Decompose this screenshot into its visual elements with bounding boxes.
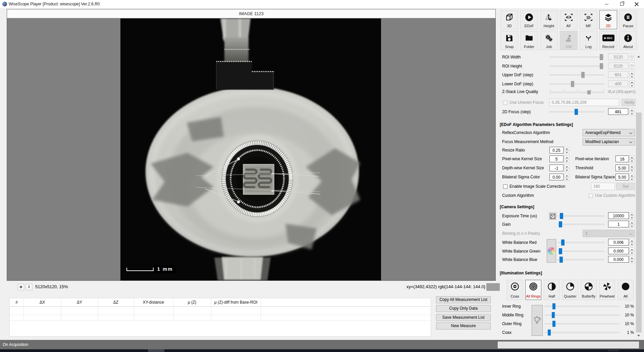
wb-green-slider[interactable]: [557, 251, 605, 252]
outer-ring-slider[interactable]: [544, 323, 620, 324]
bilateral-color-stepper[interactable]: [565, 174, 569, 181]
slider-thumb[interactable]: [571, 81, 574, 87]
save-measurement-button[interactable]: Save Measurement List: [436, 314, 491, 321]
lower-dof-slider[interactable]: [549, 83, 604, 85]
reflex-algorithm-dropdown[interactable]: AverageExpFiltered: [583, 129, 635, 136]
zstack-quality-slider[interactable]: [549, 92, 604, 93]
illumination-toggle-button[interactable]: [532, 305, 543, 336]
taskbar-app-segment[interactable]: [148, 349, 164, 352]
settings-scrollbar[interactable]: [636, 54, 642, 339]
upper-dof-slider[interactable]: [549, 74, 604, 76]
inner-ring-slider[interactable]: [544, 306, 620, 307]
toolbar-button-edof[interactable]: EDoF: [520, 10, 538, 29]
info-toggle-button[interactable]: i: [26, 284, 32, 290]
slider-thumb[interactable]: [575, 109, 578, 115]
pixel-kernel-stepper[interactable]: [565, 156, 569, 163]
scroll-up-icon[interactable]: [636, 54, 642, 59]
copy-only-data-button[interactable]: Copy Only Data: [436, 305, 491, 312]
toolbar-button-log[interactable]: Log: [580, 31, 597, 50]
illum-button-pinwheel[interactable]: Pinwheel: [599, 280, 615, 300]
gain-stepper[interactable]: [630, 221, 634, 228]
column-header[interactable]: #: [10, 298, 23, 306]
focus-method-dropdown[interactable]: Modified Laplacian: [583, 138, 635, 145]
threshold-value[interactable]: 5.00: [615, 165, 629, 171]
auto-exposure-button[interactable]: [549, 213, 556, 220]
upper-dof-stepper[interactable]: [630, 71, 634, 78]
resize-ratio-stepper[interactable]: [565, 147, 569, 154]
depth-kernel-value[interactable]: -1: [549, 165, 564, 171]
slider-thumb[interactable]: [561, 239, 565, 246]
illum-button-coax[interactable]: Coax: [507, 280, 523, 300]
bilateral-space-stepper[interactable]: [630, 174, 634, 181]
column-header[interactable]: XY-distance: [134, 298, 173, 306]
illum-button-all[interactable]: All: [618, 280, 634, 300]
toolbar-button-snap[interactable]: Snap: [500, 31, 518, 50]
focus-2d-slider[interactable]: [549, 111, 604, 113]
toolbar-button-folder[interactable]: Folder: [520, 31, 538, 50]
slider-thumb[interactable]: [552, 321, 555, 327]
focus-2d-stepper[interactable]: [630, 108, 634, 115]
toolbar-button-af[interactable]: AF: [560, 10, 578, 29]
toolbar-button-mf[interactable]: MF: [580, 10, 597, 29]
middle-ring-slider[interactable]: [544, 314, 620, 316]
slider-thumb[interactable]: [581, 72, 585, 78]
toolbar-button-3d[interactable]: 3D: [500, 10, 518, 29]
coax-slider[interactable]: [544, 332, 620, 333]
pixel-kernel-value[interactable]: 5: [549, 156, 564, 162]
exposure-slider[interactable]: [557, 215, 605, 217]
slider-thumb[interactable]: [548, 329, 551, 336]
close-button[interactable]: [629, 0, 644, 8]
exposure-stepper[interactable]: [630, 212, 634, 219]
toolbar-button-2d[interactable]: 2D: [599, 10, 617, 29]
scroll-down-icon[interactable]: [636, 333, 642, 339]
roi-height-slider[interactable]: [549, 65, 604, 67]
gain-value[interactable]: 1: [608, 221, 629, 227]
wb-red-stepper[interactable]: [630, 239, 634, 246]
column-header[interactable]: ΔY: [61, 298, 98, 306]
wb-red-slider[interactable]: [557, 242, 605, 243]
column-header[interactable]: ΔX: [23, 298, 61, 306]
toolbar-button-job[interactable]: Job: [540, 31, 558, 50]
bilateral-color-value[interactable]: 0.00: [549, 174, 564, 180]
resize-ratio-value[interactable]: 0.25: [549, 147, 564, 153]
gain-slider[interactable]: [557, 224, 605, 225]
illum-button-all-rings[interactable]: All Rings: [525, 280, 541, 300]
slider-thumb[interactable]: [559, 248, 562, 254]
wb-red-value[interactable]: 0.006: [608, 239, 629, 246]
column-header[interactable]: ΔZ: [98, 298, 134, 306]
scrollbar-thumb[interactable]: [636, 113, 642, 333]
exposure-value[interactable]: 10000: [608, 212, 629, 219]
pixel-iteration-stepper[interactable]: [630, 156, 634, 163]
slider-thumb[interactable]: [587, 90, 591, 94]
toolbar-button-record[interactable]: REC Record: [599, 31, 617, 50]
column-header[interactable]: μ (Z)-diff from Base-ROI: [211, 298, 261, 306]
slider-thumb[interactable]: [559, 257, 563, 263]
slider-thumb[interactable]: [600, 54, 603, 60]
wb-green-value[interactable]: 0.000: [608, 248, 629, 254]
toolbar-button-about[interactable]: About: [619, 31, 637, 50]
bilateral-space-value[interactable]: 5.00: [615, 174, 629, 180]
toolbar-button-height[interactable]: Height: [540, 10, 558, 29]
slider-thumb[interactable]: [600, 63, 603, 69]
wb-green-stepper[interactable]: [630, 248, 634, 255]
measurement-table[interactable]: # ΔX ΔY ΔZ XY-distance μ (Z) μ (Z)-diff …: [9, 298, 431, 337]
toolbar-button-pause[interactable]: Pause: [619, 10, 637, 29]
new-measure-button[interactable]: New Measure: [436, 322, 491, 329]
threshold-stepper[interactable]: [630, 165, 634, 172]
illum-button-quarter[interactable]: Quarter: [562, 280, 578, 300]
slider-thumb[interactable]: [559, 221, 562, 227]
depth-kernel-stepper[interactable]: [565, 165, 569, 172]
restore-button[interactable]: [614, 0, 629, 8]
wb-blue-stepper[interactable]: [630, 256, 634, 263]
slider-thumb[interactable]: [552, 303, 555, 309]
pixel-iteration-value[interactable]: 16: [615, 156, 629, 162]
copy-all-measurement-button[interactable]: Copy All Measurement List: [436, 296, 491, 303]
wb-blue-slider[interactable]: [557, 259, 605, 260]
white-balance-button[interactable]: [547, 239, 556, 263]
lower-dof-stepper[interactable]: [630, 80, 634, 87]
windows-taskbar[interactable]: [0, 349, 644, 352]
roi-width-slider[interactable]: [549, 56, 604, 58]
column-header[interactable]: μ (Z): [173, 298, 211, 306]
wb-blue-value[interactable]: 0.000: [608, 256, 629, 263]
illum-button-half[interactable]: Half: [544, 280, 560, 300]
